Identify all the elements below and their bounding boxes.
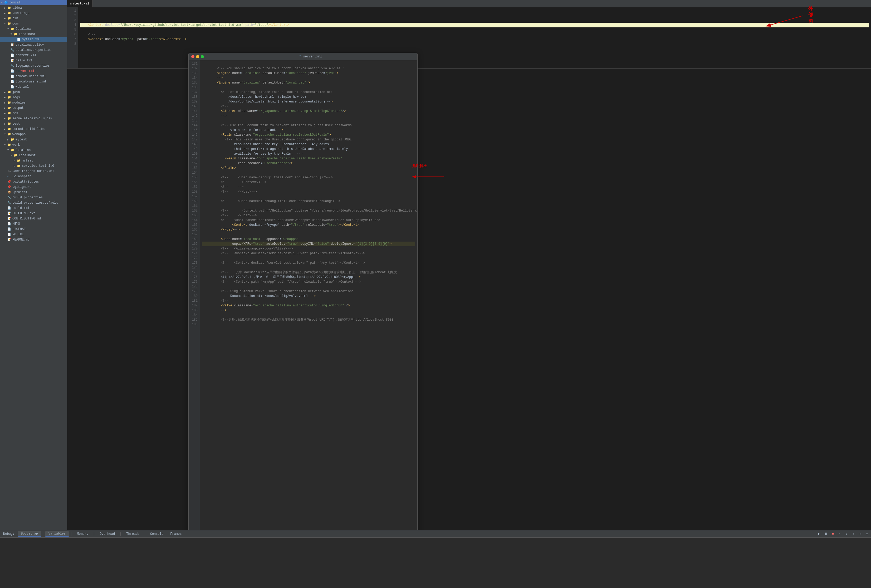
tree-item-BUILDING-txt[interactable]: 📝 BUILDING.txt: [0, 211, 67, 216]
tree-item-gitattributes[interactable]: 📌 .gitattributes: [0, 179, 67, 184]
server-xml-title-text: server.xml: [303, 55, 322, 58]
top-editor-content: 12345678 <Context docBase="/Users/quyixi…: [67, 7, 871, 68]
tree-item-tomcat-build-libs[interactable]: ▶ 📁 tomcat-build-libs: [0, 126, 67, 132]
tree-item-java[interactable]: ▶ 📁 java: [0, 90, 67, 95]
editor-area: mytest.xml 12345678 <Context docBase="/U…: [67, 0, 871, 588]
tree-item-ant-targets[interactable]: 🐜 .ant-targets-build.xml: [0, 169, 67, 174]
tree-item-test[interactable]: ▶ 📁 test: [0, 121, 67, 126]
tree-item-servelet-test-bak[interactable]: ▶ 📁 servelet-test-1.0_bak: [0, 116, 67, 121]
server-xml-title: * server.xml: [207, 55, 415, 58]
debug-stop-btn[interactable]: ■: [830, 531, 836, 537]
tree-item-logs[interactable]: ▶ 📁 logs: [0, 95, 67, 100]
debug-overhead-tab[interactable]: Overhead: [96, 531, 118, 537]
window-max-btn[interactable]: [201, 55, 204, 58]
debug-variables-tab[interactable]: Variables: [45, 531, 69, 537]
tree-item-catalina-props[interactable]: 🔧 catalina.properties: [0, 48, 67, 53]
debug-label: Debug:: [1, 532, 16, 536]
tree-item-tomcat-users-xsd[interactable]: 📄 tomcat-users.xsd: [0, 79, 67, 84]
debug-tab-group: Debug: Bootstrap: [1, 531, 41, 537]
tree-item-Catalina[interactable]: ▼ 📁 Catalina: [0, 26, 67, 31]
tree-item-build-properties-default[interactable]: 🔧 build.properties.default: [0, 200, 67, 205]
tree-item-mytest-web[interactable]: ▶ 📁 mytest: [0, 137, 67, 142]
window-close-btn[interactable]: [191, 55, 195, 58]
top-line-numbers: 12345678: [67, 7, 78, 68]
debug-step-over-btn[interactable]: ↷: [837, 531, 843, 537]
tree-item-catalina-policy[interactable]: 📋 catalina.policy: [0, 42, 67, 48]
tree-item-build-properties[interactable]: 🔧 build.properties: [0, 195, 67, 200]
debug-bootstrap-tab[interactable]: Bootstrap: [18, 531, 41, 537]
tree-item-bin[interactable]: ▶ 📁 bin: [0, 16, 67, 21]
debug-toolbar: ▶ ⏸ ■ ↷ ↓ ↑ ⇥ =: [816, 531, 870, 537]
tree-item-modules[interactable]: ▶ 📁 modules: [0, 100, 67, 105]
debug-console-tab[interactable]: Console: [147, 531, 166, 537]
window-min-btn[interactable]: [196, 55, 199, 58]
tree-item-servelet-test-work[interactable]: ▶ 📁 servelet-test-1.0: [0, 163, 67, 169]
top-editor: mytest.xml 12345678 <Context docBase="/U…: [67, 0, 871, 69]
tree-item-localhost[interactable]: ▼ 📁 localhost: [0, 31, 67, 37]
tree-item-hello-txt[interactable]: 📝 hello.txt: [0, 58, 67, 63]
debug-tab-bar: Debug: Bootstrap Variables | Memory | Ov…: [0, 530, 871, 538]
tree-item-Catalina-work[interactable]: ▼ 📁 Catalina: [0, 148, 67, 153]
tree-item-settings[interactable]: ▶ 📁 .settings: [0, 10, 67, 16]
tree-item-CONTRIBUTING-md[interactable]: 📝 CONTRIBUTING.md: [0, 216, 67, 221]
debug-memory-tab[interactable]: Memory: [74, 531, 91, 537]
tree-item-mytest-work[interactable]: ▶ 📁 mytest: [0, 158, 67, 163]
debug-resume-btn[interactable]: ▶: [816, 531, 822, 537]
tree-item-classpath[interactable]: ⚙ .classpath: [0, 174, 67, 179]
debug-run-cursor-btn[interactable]: ⇥: [857, 531, 863, 537]
tree-item-tomcat-root[interactable]: ▼ 🔷 tomcat: [0, 0, 67, 5]
tree-item-project[interactable]: 📦 .project: [0, 190, 67, 195]
debug-panel: Debug: Bootstrap Variables | Memory | Ov…: [0, 530, 871, 588]
tree-item-tomcat-users-xml[interactable]: 📄 tomcat-users.xml: [0, 74, 67, 79]
window-controls[interactable]: [191, 55, 204, 58]
debug-pause-btn[interactable]: ⏸: [823, 531, 829, 537]
debug-frames-tab[interactable]: Frames: [167, 531, 185, 537]
tree-item-LICENSE[interactable]: 📄 LICENSE: [0, 227, 67, 232]
tree-item-build-xml[interactable]: 📄 build.xml: [0, 205, 67, 211]
tree-item-mytest-xml[interactable]: 📄 mytest.xml: [0, 37, 67, 42]
mytest-xml-tab[interactable]: mytest.xml: [67, 0, 93, 7]
tree-item-idea[interactable]: ▶ 📁 .idea: [0, 5, 67, 10]
tree-item-NOTICE[interactable]: 📄 NOTICE: [0, 232, 67, 237]
server-line-numbers: 1311321331341351361371381391401411421431…: [189, 60, 200, 588]
debug-evaluate-btn[interactable]: =: [864, 531, 870, 537]
tree-item-output[interactable]: ▶ 📂 output: [0, 105, 67, 111]
tree-item-server-xml[interactable]: 📄 server.xml: [0, 69, 67, 74]
file-tree: ▼ 🔷 tomcat ▶ 📁 .idea ▶ 📁 .settings ▶ 📁 b…: [0, 0, 67, 588]
mytest-xml-tab-label: mytest.xml: [70, 2, 89, 6]
server-xml-titlebar: * server.xml: [189, 53, 417, 60]
debug-content-area: [0, 538, 871, 588]
tree-item-gitignore[interactable]: 📌 .gitignore: [0, 184, 67, 190]
tree-item-logging-props[interactable]: 🔧 logging.properties: [0, 63, 67, 69]
tree-item-localhost-work[interactable]: ▼ 📁 localhost: [0, 153, 67, 158]
tree-item-conf[interactable]: ▼ 📁 conf: [0, 21, 67, 26]
tree-item-work[interactable]: ▼ 📁 work: [0, 142, 67, 148]
debug-threads-tab[interactable]: Threads: [123, 531, 142, 537]
tree-item-web-xml[interactable]: 📄 web.xml: [0, 84, 67, 90]
server-xml-window: * server.xml 131132133134135136137138139…: [189, 53, 418, 588]
tree-item-webapps[interactable]: ▼ 📁 webapps: [0, 132, 67, 137]
tree-item-context-xml[interactable]: 📄 context.xml: [0, 53, 67, 58]
top-tab-bar: mytest.xml: [67, 0, 871, 7]
tree-item-README-md[interactable]: 📝 README.md: [0, 237, 67, 242]
debug-step-into-btn[interactable]: ↓: [844, 531, 849, 537]
server-code-content[interactable]: <!-- You should set jvmRoute to support …: [200, 60, 417, 588]
tree-item-KEYS[interactable]: 📄 KEYS: [0, 221, 67, 227]
server-xml-editor: 1311321331341351361371381391401411421431…: [189, 60, 417, 588]
debug-step-out-btn[interactable]: ↑: [850, 531, 856, 537]
tree-item-res[interactable]: ▶ 📁 res: [0, 111, 67, 116]
server-xml-modified-indicator: *: [299, 55, 301, 58]
